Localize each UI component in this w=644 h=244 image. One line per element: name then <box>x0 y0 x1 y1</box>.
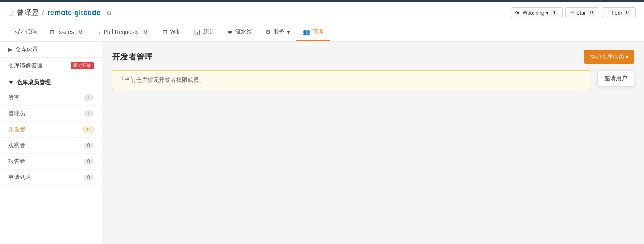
info-row: 「当前仓库暂无开发者权限成员」 邀请用户 <box>112 70 634 96</box>
code-icon: </> <box>15 29 23 35</box>
stats-icon: 📊 <box>194 29 201 35</box>
all-count: 1 <box>84 94 94 101</box>
add-member-dropdown-icon: ▾ <box>626 54 628 60</box>
star-icon: ☆ <box>570 10 575 16</box>
tab-pipeline[interactable]: ⇌ 流水线 <box>221 23 259 41</box>
fork-label: Fork <box>611 10 622 16</box>
repo-name[interactable]: remote-gitcode <box>47 9 100 17</box>
invite-label: 邀请用户 <box>604 75 627 81</box>
star-count: 0 <box>588 9 595 16</box>
reporter-label: 报告者 <box>8 158 25 165</box>
observer-count: 0 <box>84 142 94 149</box>
services-dropdown-icon: ▾ <box>287 29 290 35</box>
pipeline-icon: ⇌ <box>228 29 233 35</box>
invite-dropdown[interactable]: 邀请用户 <box>597 70 634 87</box>
sidebar-item-all[interactable]: 所有 1 <box>0 90 102 106</box>
repo-owner: 曾泽昱 <box>17 8 39 18</box>
tab-manage-label: 管理 <box>312 28 324 36</box>
add-member-label: 添加仓库成员 <box>590 53 624 60</box>
admin-label: 管理员 <box>8 110 25 117</box>
fork-button[interactable]: ⑂ Fork 0 <box>602 7 636 18</box>
sidebar-repo-settings-label: 仓库设置 <box>15 46 38 53</box>
tab-services-label: 服务 <box>273 28 285 36</box>
watching-dropdown-icon: ▾ <box>546 10 549 16</box>
repo-title: ⊞ 曾泽昱 / remote-gitcode ⚙ <box>8 8 112 18</box>
manage-icon: 👥 <box>303 29 310 35</box>
tab-issues[interactable]: ⊡ Issues 0 <box>43 24 91 41</box>
tab-code[interactable]: </> 代码 <box>8 23 43 41</box>
wiki-icon: ⊞ <box>163 29 167 35</box>
star-button[interactable]: ☆ Star 0 <box>565 7 600 18</box>
fork-icon: ⑂ <box>606 10 610 16</box>
sidebar-member-category[interactable]: ▼ 仓库成员管理 <box>0 74 102 90</box>
sidebar: ▶ 仓库设置 仓库镜像管理 限时开放 ▼ 仓库成员管理 所有 1 管理员 1 开… <box>0 42 102 244</box>
pr-icon: ⑂ <box>98 29 101 35</box>
sidebar-item-observer[interactable]: 观察者 0 <box>0 138 102 154</box>
watching-label: Watching <box>522 10 544 16</box>
requests-count: 0 <box>84 174 94 181</box>
sidebar-member-label: 仓库成员管理 <box>16 79 51 86</box>
content-header: 开发者管理 添加仓库成员 ▾ <box>112 50 634 64</box>
settings-arrow-icon: ▶ <box>8 46 13 53</box>
developer-count: 0 <box>83 126 94 133</box>
info-message: 「当前仓库暂无开发者权限成员」 <box>119 76 584 84</box>
star-label: Star <box>576 10 586 16</box>
sidebar-repo-settings[interactable]: ▶ 仓库设置 <box>0 42 102 58</box>
tab-stats-label: 统计 <box>203 28 215 36</box>
tab-pullrequests[interactable]: ⑂ Pull Requests 0 <box>91 24 156 41</box>
limited-open-badge: 限时开放 <box>71 62 94 69</box>
tab-services[interactable]: ⚙ 服务 ▾ <box>259 23 296 41</box>
repo-settings-icon[interactable]: ⚙ <box>106 9 112 17</box>
sidebar-item-requests[interactable]: 申请列表 0 <box>0 170 102 186</box>
repo-icon: ⊞ <box>8 9 13 17</box>
tab-pipeline-label: 流水线 <box>235 28 252 36</box>
fork-count: 0 <box>624 9 631 16</box>
issues-badge: 0 <box>76 29 85 35</box>
eye-icon: 👁 <box>515 10 521 16</box>
requests-label: 申请列表 <box>8 174 31 181</box>
issues-icon: ⊡ <box>50 29 55 35</box>
pr-badge: 0 <box>141 29 150 35</box>
watching-button[interactable]: 👁 Watching ▾ 1 <box>511 7 562 18</box>
reporter-count: 0 <box>84 158 94 165</box>
sidebar-mirror-management[interactable]: 仓库镜像管理 限时开放 <box>0 58 102 74</box>
developer-label: 开发者 <box>8 126 25 133</box>
tab-manage[interactable]: 👥 管理 <box>296 23 330 41</box>
tab-stats[interactable]: 📊 统计 <box>187 23 221 41</box>
services-icon: ⚙ <box>265 29 271 35</box>
tab-pr-label: Pull Requests <box>103 29 138 35</box>
tab-issues-label: Issues <box>57 29 74 35</box>
page-title: 开发者管理 <box>112 51 153 63</box>
nav-tabs: </> 代码 ⊡ Issues 0 ⑂ Pull Requests 0 ⊞ Wi… <box>0 23 644 42</box>
tab-wiki-label: Wiki <box>170 29 180 35</box>
header-actions: 👁 Watching ▾ 1 ☆ Star 0 ⑂ Fork 0 <box>511 7 636 18</box>
sidebar-item-reporter[interactable]: 报告者 0 <box>0 154 102 170</box>
observer-label: 观察者 <box>8 142 25 149</box>
main-content: 开发者管理 添加仓库成员 ▾ 「当前仓库暂无开发者权限成员」 邀请用户 <box>102 42 644 244</box>
sidebar-item-admin[interactable]: 管理员 1 <box>0 106 102 122</box>
sidebar-mirror-label: 仓库镜像管理 <box>8 62 42 69</box>
tab-wiki[interactable]: ⊞ Wiki <box>156 24 187 41</box>
repo-slash: / <box>42 9 44 17</box>
main-layout: ▶ 仓库设置 仓库镜像管理 限时开放 ▼ 仓库成员管理 所有 1 管理员 1 开… <box>0 42 644 244</box>
header: ⊞ 曾泽昱 / remote-gitcode ⚙ 👁 Watching ▾ 1 … <box>0 2 644 23</box>
add-member-button[interactable]: 添加仓库成员 ▾ <box>584 50 634 64</box>
empty-info-box: 「当前仓库暂无开发者权限成员」 <box>112 70 591 90</box>
admin-count: 1 <box>84 110 94 117</box>
all-label: 所有 <box>8 94 20 101</box>
watching-count: 1 <box>550 9 558 16</box>
sidebar-item-developer[interactable]: 开发者 0 <box>0 122 102 138</box>
tab-code-label: 代码 <box>25 28 37 36</box>
member-arrow-icon: ▼ <box>8 79 14 86</box>
